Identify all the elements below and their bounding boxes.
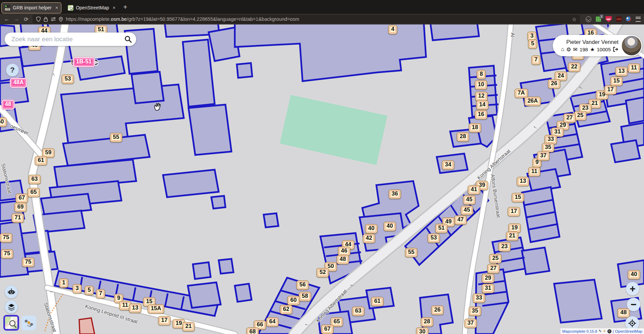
pencil-icon[interactable]: ✎: [598, 329, 601, 333]
logout-icon[interactable]: [613, 47, 619, 52]
attribution-osm-link[interactable]: OpenStreetMap: [615, 329, 642, 333]
location-search[interactable]: [5, 33, 136, 46]
house-number-badge[interactable]: 35: [469, 307, 481, 316]
map-canvas[interactable]: 51B-51C445146535550596163656769717575751…: [0, 0, 644, 334]
house-number-badge[interactable]: 45: [463, 195, 476, 205]
house-number-badge[interactable]: 25: [489, 254, 502, 263]
extension-owl-icon[interactable]: [626, 16, 631, 22]
house-number-badge[interactable]: 34: [442, 160, 454, 170]
house-number-badge[interactable]: 31: [482, 284, 494, 293]
house-number-badge[interactable]: 63: [352, 307, 365, 316]
house-number-badge[interactable]: 26A: [524, 97, 541, 106]
house-number-badge[interactable]: 12: [475, 92, 488, 101]
forward-button[interactable]: →: [13, 16, 20, 22]
house-number-badge[interactable]: 46: [338, 246, 351, 256]
house-number-badge[interactable]: 28: [457, 132, 469, 142]
house-number-badge[interactable]: 27: [564, 113, 576, 123]
house-number-badge[interactable]: 40: [628, 270, 640, 279]
house-number-badge[interactable]: 13: [517, 177, 529, 186]
house-number-badge[interactable]: 53: [428, 233, 440, 243]
tab-openstreetmap[interactable]: OpenStreetMap ×: [65, 2, 118, 13]
new-tab-button[interactable]: +: [123, 3, 127, 11]
background-satellite-button[interactable]: [21, 316, 36, 330]
import-note-badge[interactable]: 48A: [10, 78, 26, 88]
lock-icon[interactable]: [44, 17, 48, 22]
import-note-badge[interactable]: 1B-51: [73, 57, 95, 67]
house-number-badge[interactable]: 17: [508, 207, 520, 216]
house-number-badge[interactable]: 21: [182, 322, 195, 331]
house-number-badge[interactable]: 17: [604, 85, 617, 95]
house-number-badge[interactable]: 33: [473, 293, 485, 303]
house-number-badge[interactable]: 69: [14, 203, 27, 212]
house-number-badge[interactable]: 16: [475, 110, 487, 119]
house-number-badge[interactable]: 7: [96, 289, 105, 298]
house-number-badge[interactable]: 55: [110, 133, 122, 142]
permissions-icon[interactable]: [51, 17, 56, 21]
menu-hamburger-icon[interactable]: [636, 17, 641, 22]
house-number-badge[interactable]: 18: [469, 123, 481, 132]
house-number-badge[interactable]: 5: [85, 286, 94, 295]
attribution-app-version[interactable]: Mapcomplete 0.15.8: [562, 329, 597, 333]
adblock-plus-icon[interactable]: ABP: [605, 16, 612, 22]
house-number-badge[interactable]: 10: [475, 80, 487, 90]
help-button[interactable]: ?: [6, 64, 19, 76]
house-number-badge[interactable]: 75: [0, 233, 12, 242]
house-number-badge[interactable]: 68: [247, 327, 259, 334]
house-number-badge[interactable]: 5: [528, 39, 537, 49]
house-number-badge[interactable]: 67: [16, 193, 28, 203]
house-number-badge[interactable]: 1: [59, 278, 68, 288]
search-input[interactable]: [11, 35, 124, 43]
house-number-badge[interactable]: 21: [506, 231, 519, 241]
attribution-bar[interactable]: Mapcomplete 0.15.8 ✎ ✕ © | OpenStreetMap: [560, 328, 644, 334]
house-number-badge[interactable]: 22: [568, 62, 581, 72]
house-number-badge[interactable]: 56: [297, 280, 309, 290]
house-number-badge[interactable]: 55: [405, 248, 418, 257]
house-number-badge[interactable]: 26: [548, 79, 560, 89]
messages-icon[interactable]: ✉: [573, 46, 578, 53]
house-number-badge[interactable]: 71: [12, 213, 24, 223]
home-icon[interactable]: ⌂: [561, 46, 564, 52]
house-number-badge[interactable]: 11: [628, 63, 640, 73]
house-number-badge[interactable]: 23: [498, 242, 511, 252]
zoom-out-button[interactable]: −: [627, 298, 640, 311]
house-number-badge[interactable]: 40: [384, 222, 396, 231]
user-panel[interactable]: Pieter Vander Vennet ⌂ ⚙ ✉ 198 ★ 10005: [553, 35, 642, 56]
back-button[interactable]: ←: [3, 16, 10, 22]
house-number-badge[interactable]: 47: [454, 215, 467, 225]
house-number-badge[interactable]: 58: [299, 292, 311, 301]
reload-button[interactable]: ⟳: [23, 16, 30, 22]
house-number-badge[interactable]: 15A: [148, 304, 164, 314]
house-number-badge[interactable]: 26: [431, 305, 444, 315]
house-number-badge[interactable]: 11: [528, 167, 540, 176]
import-robot-button[interactable]: [5, 285, 18, 298]
house-number-badge[interactable]: 15: [610, 76, 623, 86]
house-number-badge[interactable]: 37: [465, 319, 477, 328]
house-number-badge[interactable]: 65: [28, 188, 40, 197]
import-note-badge[interactable]: 48: [2, 100, 14, 109]
tab-close-icon[interactable]: ×: [55, 5, 58, 10]
house-number-badge[interactable]: 14: [476, 100, 489, 110]
house-number-badge[interactable]: 42: [363, 234, 375, 243]
tab-close-icon[interactable]: ×: [113, 5, 115, 10]
house-number-badge[interactable]: 45: [461, 206, 473, 215]
url-bar[interactable]: https://mapcomplete.osm.be/grb?z=19&lat=…: [33, 15, 580, 23]
house-number-badge[interactable]: 61: [35, 156, 47, 165]
search-icon[interactable]: [124, 35, 132, 43]
house-number-badge[interactable]: 36: [389, 189, 401, 199]
house-number-badge[interactable]: 28: [421, 317, 433, 327]
bug-report-icon[interactable]: ✕: [603, 329, 606, 333]
house-number-badge[interactable]: 48: [337, 255, 349, 264]
gear-icon[interactable]: ⚙: [566, 46, 571, 53]
house-number-badge[interactable]: 75: [22, 258, 35, 267]
house-number-badge[interactable]: 8: [477, 70, 486, 79]
house-number-badge[interactable]: 17: [158, 316, 171, 325]
house-number-badge[interactable]: 30: [416, 327, 429, 334]
house-number-badge[interactable]: 7: [531, 55, 540, 65]
copyright-icon[interactable]: ©: [607, 329, 611, 333]
house-number-badge[interactable]: 37: [537, 151, 550, 161]
background-osm-button[interactable]: [3, 315, 19, 331]
house-number-badge[interactable]: 50: [0, 117, 7, 127]
house-number-badge[interactable]: 27: [487, 264, 500, 273]
house-number-badge[interactable]: 52: [317, 268, 329, 277]
house-number-badge[interactable]: 35: [542, 143, 554, 152]
